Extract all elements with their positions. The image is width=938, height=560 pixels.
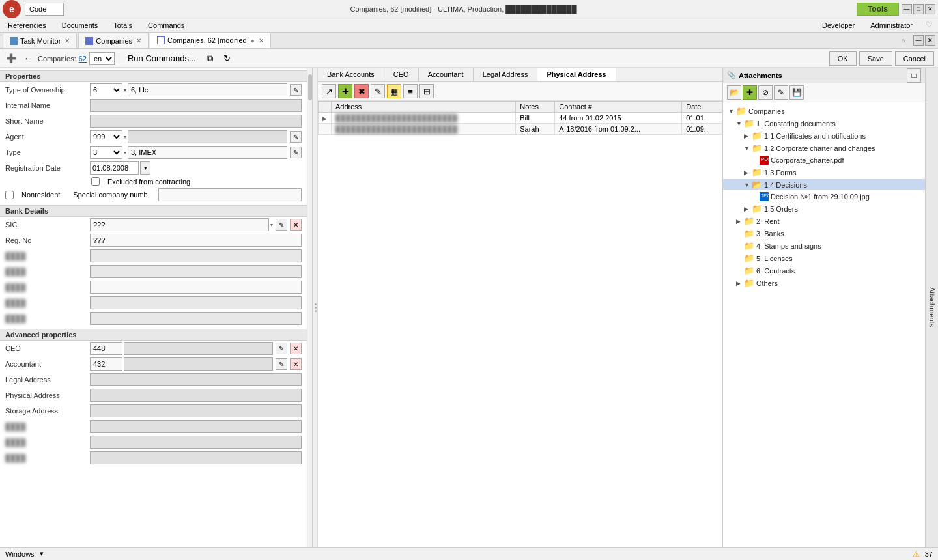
type-ownership-text[interactable] [128,83,287,96]
cancel-btn[interactable]: Cancel [895,51,934,66]
col-contract[interactable]: Contract # [555,102,682,113]
tree-item-banks[interactable]: 📁 3. Banks [723,227,925,240]
short-name-input[interactable] [90,115,302,128]
ceo-edit-btn[interactable]: ✎ [276,343,287,354]
menu-commands[interactable]: Commands [145,20,187,31]
code-input[interactable] [25,3,64,16]
menu-administrator[interactable]: Administrator [868,20,915,31]
run-commands-btn[interactable]: Run Commands... [123,51,201,66]
tab-accountant[interactable]: Accountant [419,68,474,81]
extra3-input[interactable] [90,451,302,464]
legal-address-input[interactable] [90,373,302,386]
tree-root-companies[interactable]: ▼ 📁 Companies [723,105,925,117]
type-select[interactable]: 3 [90,146,122,159]
tab-ceo[interactable]: CEO [384,68,419,81]
tab-close-companies[interactable]: ✕ [136,37,141,44]
agent-text[interactable] [128,130,287,143]
tree-item-others[interactable]: ▶ 📁 Others [723,277,925,289]
menu-references[interactable]: Referencіes [5,20,49,31]
mid-tb-remove-btn[interactable]: ✖ [354,84,369,98]
agent-select[interactable]: 999 [90,130,122,143]
extra1-input[interactable] [90,420,302,433]
bank-field3-input[interactable] [90,281,302,294]
toolbar-new-btn[interactable]: ➕ [4,51,18,66]
tab-companies-62[interactable]: Companies, 62 [modified] ● ✕ [150,33,271,48]
reg-no-input[interactable] [90,234,302,247]
tab-legal-address[interactable]: Legal Address [474,68,538,81]
type-edit-btn[interactable]: ✎ [290,147,302,158]
menu-developer[interactable]: Developer [819,20,857,31]
tree-item-charter-pdf[interactable]: PDF Ccorporate_charter.pdf [723,154,925,166]
minimize-btn[interactable]: — [902,4,912,14]
internal-name-input[interactable] [90,99,302,112]
tree-item-rent[interactable]: ▶ 📁 2. Rent [723,215,925,227]
scrollbar-thumb[interactable] [308,74,312,100]
refresh-btn[interactable]: ↻ [220,51,234,66]
tab-companies[interactable]: Companies ✕ [78,33,149,48]
mid-tb-grid-btn[interactable]: ▦ [387,84,401,98]
accountant-clear-btn[interactable]: ✕ [290,358,302,370]
type-ownership-select[interactable]: 6 [90,83,122,96]
sic-input[interactable] [90,218,269,231]
companies-link[interactable]: 62 [79,55,87,63]
mid-tb-extra-btn[interactable]: ⊞ [419,84,434,98]
bank-field4-input[interactable] [90,296,302,309]
attach-remove-btn[interactable]: ⊘ [758,85,773,100]
maximize-btn[interactable]: □ [913,4,924,14]
attach-add-btn[interactable]: ✚ [743,85,757,100]
tab-physical-address[interactable]: Physical Address [537,68,616,81]
resize-handle-left[interactable] [313,68,318,547]
lang-select[interactable]: en ru [89,52,115,65]
accountant-edit-btn[interactable]: ✎ [276,358,287,370]
tab-close-doc[interactable]: ✕ [259,37,264,44]
ceo-id-input[interactable] [90,342,122,355]
copy-btn[interactable]: ⧉ [203,51,218,66]
sic-edit-btn[interactable]: ✎ [276,219,287,231]
special-input[interactable] [158,188,302,201]
tab-close-monitor[interactable]: ✕ [64,37,70,44]
reg-date-calendar-btn[interactable]: ▾ [140,161,150,175]
attach-edit-btn[interactable]: ✎ [774,85,788,100]
menu-totals[interactable]: Totals [111,20,135,31]
storage-address-input[interactable] [90,404,302,417]
close-btn[interactable]: ✕ [925,4,935,14]
tab-minimize-btn[interactable]: — [913,35,924,46]
tab-task-monitor[interactable]: Task Monitor ✕ [3,33,77,48]
tree-item-corporate[interactable]: ▼ 📁 1.2 Corporate charter and changes [723,142,925,154]
tree-item-decision-jpg[interactable]: JPG Decision №1 from 29.10.09.jpg [723,191,925,203]
nonresident-checkbox[interactable] [5,191,14,199]
excluded-checkbox[interactable] [91,177,100,186]
col-notes[interactable]: Notes [516,102,555,113]
tree-item-forms[interactable]: ▶ 📁 1.3 Forms [723,166,925,178]
tab-close-btn[interactable]: ✕ [925,35,935,46]
bank-field5-input[interactable] [90,312,302,325]
agent-edit-btn[interactable]: ✎ [290,131,302,143]
bank-field1-input[interactable] [90,249,302,262]
ceo-clear-btn[interactable]: ✕ [290,343,302,354]
reg-date-input[interactable] [90,161,139,175]
sic-clear-btn[interactable]: ✕ [290,219,302,231]
attach-folder-btn[interactable]: 📂 [727,85,741,100]
table-row[interactable]: ▶ ████████████████████████ Bill 44 from … [319,113,722,124]
ceo-name-input[interactable] [124,342,273,355]
save-btn[interactable]: Save [859,51,892,66]
attach-save-btn[interactable]: 💾 [789,85,804,100]
accountant-name-input[interactable] [124,357,273,371]
accountant-id-input[interactable] [90,357,122,371]
type-text[interactable] [128,146,287,159]
mid-tb-edit-btn[interactable]: ✎ [371,84,385,98]
mid-tb-list-btn[interactable]: ≡ [403,84,418,98]
tab-bank-accounts[interactable]: Bank Accounts [318,68,384,81]
extra2-input[interactable] [90,436,302,449]
toolbar-back-btn[interactable]: ← [21,51,35,66]
ok-btn[interactable]: OK [829,51,857,66]
mid-tb-add-btn[interactable]: ✚ [338,84,352,98]
col-address[interactable]: Address [332,102,516,113]
attach-expand-btn[interactable]: □ [907,68,921,83]
left-panel-scrollbar[interactable] [307,68,312,547]
tree-item-decisions[interactable]: ▼ 📂 1.4 Decisions [723,178,925,191]
type-ownership-edit-btn[interactable]: ✎ [290,84,302,96]
windows-label[interactable]: Windows [5,550,35,558]
physical-address-input[interactable] [90,389,302,402]
tree-item-licenses[interactable]: 📁 5. Licenses [723,252,925,264]
